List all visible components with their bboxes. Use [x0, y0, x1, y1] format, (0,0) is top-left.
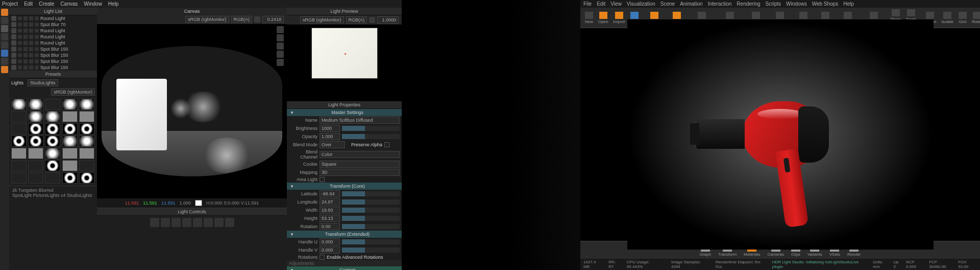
preset-thumbnail[interactable]: [62, 111, 78, 122]
preset-thumbnail[interactable]: [62, 148, 78, 159]
preset-thumbnail[interactable]: [79, 160, 94, 171]
canvas-tool-icon[interactable]: [277, 42, 284, 50]
menu-canvas[interactable]: Canvas: [60, 1, 78, 7]
preset-thumbnail[interactable]: [79, 172, 94, 184]
visibility-icon[interactable]: [11, 40, 16, 46]
menu-help[interactable]: Help: [108, 1, 119, 7]
preset-thumbnail[interactable]: [28, 160, 43, 171]
menu-create[interactable]: Create: [39, 1, 54, 7]
master-settings-header[interactable]: ▼Master Settings: [287, 109, 402, 116]
preset-thumbnail[interactable]: [28, 111, 43, 122]
visibility-icon[interactable]: [11, 65, 16, 70]
preset-thumbnail[interactable]: [11, 148, 27, 159]
control-icon[interactable]: [193, 218, 202, 227]
list-item[interactable]: Round Light: [9, 15, 97, 21]
colorspace-dropdown[interactable]: sRGB (rgbMonitor): [300, 16, 344, 24]
preset-thumbnail[interactable]: [28, 123, 43, 134]
brightness-slider[interactable]: [342, 126, 400, 131]
blend-mode-dropdown[interactable]: Over: [320, 141, 345, 148]
preserve-alpha-checkbox[interactable]: [384, 142, 389, 147]
menu-animation[interactable]: Animation: [680, 1, 702, 7]
render-viewport[interactable]: [580, 28, 980, 241]
preset-thumbnail[interactable]: [62, 136, 78, 147]
colorspace-dropdown[interactable]: sRGB (rgbMonitor): [185, 16, 229, 23]
control-icon[interactable]: [161, 218, 170, 227]
preset-thumbnail[interactable]: [11, 99, 27, 110]
visibility-icon[interactable]: [11, 34, 16, 39]
preset-thumbnail[interactable]: [11, 172, 27, 184]
preset-thumbnail[interactable]: [28, 148, 43, 159]
preset-thumbnail[interactable]: [45, 99, 60, 110]
menu-rendering[interactable]: Rendering: [737, 1, 760, 7]
transform-core-header[interactable]: ▼Transform (Core): [287, 183, 402, 190]
preset-thumbnail[interactable]: [28, 136, 43, 147]
tool-icon[interactable]: [1, 17, 8, 24]
canvas-tool-icon[interactable]: [277, 34, 284, 41]
brightness-input[interactable]: 1000: [320, 125, 340, 132]
width-slider[interactable]: [342, 208, 400, 213]
preset-thumbnail[interactable]: [79, 99, 94, 110]
handle-u-input[interactable]: 0.000: [320, 238, 340, 245]
preset-thumbnail[interactable]: [28, 172, 43, 184]
new-button[interactable]: New: [582, 11, 596, 25]
preset-thumbnail[interactable]: [45, 172, 60, 184]
tier-dropdown[interactable]: StudioLights: [28, 79, 58, 86]
list-item[interactable]: Spot Blur 150: [9, 46, 97, 52]
latitude-slider[interactable]: [342, 191, 400, 196]
preset-thumbnail[interactable]: [62, 99, 78, 110]
channels-dropdown[interactable]: RGB(A): [346, 16, 368, 24]
mapping-dropdown[interactable]: 3D: [320, 169, 400, 176]
menu-visualization[interactable]: Visualization: [627, 1, 655, 7]
preset-thumbnail[interactable]: [79, 148, 94, 159]
transform-ext-header[interactable]: ▼Transform (Extended): [287, 231, 402, 238]
tool-icon[interactable]: [1, 66, 8, 73]
menu-help[interactable]: Help: [843, 1, 854, 7]
content-header[interactable]: ▼Content: [287, 266, 402, 270]
control-icon[interactable]: [214, 218, 224, 227]
tool-icon[interactable]: [1, 33, 8, 40]
rotation-input[interactable]: 0.00: [320, 223, 340, 230]
rotation-slider[interactable]: [342, 224, 400, 229]
preset-thumbnail[interactable]: [11, 160, 27, 171]
preset-thumbnail[interactable]: [11, 111, 27, 122]
visibility-icon[interactable]: [11, 22, 16, 27]
tab-adjustments[interactable]: Adjustments: [289, 261, 314, 266]
hdri-canvas[interactable]: [97, 24, 287, 198]
preset-thumbnail[interactable]: [45, 123, 60, 134]
list-item[interactable]: Spot Blur 150: [9, 52, 97, 58]
tool-icon[interactable]: [1, 50, 8, 57]
visibility-icon[interactable]: [11, 53, 16, 58]
preset-thumbnail[interactable]: [79, 123, 94, 134]
list-item[interactable]: Round Light: [9, 34, 97, 40]
menu-edit[interactable]: Edit: [24, 1, 33, 7]
preset-thumbnail[interactable]: [62, 172, 78, 184]
opacity-input[interactable]: 1.000: [320, 133, 340, 140]
preset-thumbnail[interactable]: [62, 160, 78, 171]
menu-file[interactable]: File: [583, 1, 592, 7]
control-icon[interactable]: [182, 218, 191, 227]
handle-u-slider[interactable]: [342, 239, 400, 244]
latitude-input[interactable]: -66.94: [320, 190, 340, 197]
control-icon[interactable]: [225, 218, 234, 227]
preset-thumbnail[interactable]: [79, 111, 94, 122]
exposure-field[interactable]: 1.0000: [377, 16, 399, 24]
gear-icon[interactable]: [254, 16, 260, 22]
preset-thumbnail[interactable]: [62, 123, 78, 134]
list-item[interactable]: Spot Blur 70: [9, 21, 97, 28]
control-icon[interactable]: [150, 218, 159, 227]
list-item[interactable]: Round Light: [9, 28, 97, 34]
opacity-slider[interactable]: [342, 134, 400, 139]
tool-icon[interactable]: [1, 58, 8, 65]
longitude-slider[interactable]: [342, 199, 400, 205]
canvas-tool-icon[interactable]: [277, 51, 284, 58]
grid-button[interactable]: Grid: [956, 11, 969, 25]
control-icon[interactable]: [204, 218, 213, 227]
visibility-icon[interactable]: [11, 59, 16, 64]
channels-dropdown[interactable]: RGB(A): [231, 16, 253, 23]
list-item[interactable]: Round Light: [9, 40, 97, 46]
handle-v-input[interactable]: 0.000: [320, 246, 340, 254]
tool-icon[interactable]: [1, 9, 8, 16]
list-item[interactable]: Spot Blur 150: [9, 64, 97, 71]
tool-icon[interactable]: [1, 41, 8, 49]
exposure-field[interactable]: 0.2418: [262, 16, 284, 23]
